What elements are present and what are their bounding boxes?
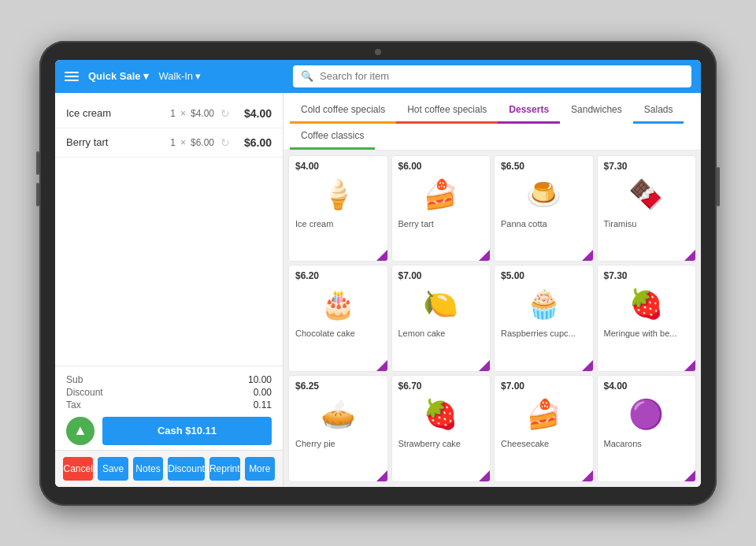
category-tabs: Cold coffee specials Hot coffee specials…	[284, 93, 701, 150]
menu-item-image: 🍓	[604, 284, 690, 324]
more-button[interactable]: More	[245, 457, 275, 481]
menu-item-label: Strawberry cake	[398, 439, 461, 448]
volume-up-button[interactable]	[36, 151, 39, 175]
refresh-icon[interactable]: ↻	[220, 107, 230, 120]
item-corner-indicator	[684, 250, 695, 261]
menu-item-label: Cherry pie	[295, 439, 335, 448]
tab-cold-coffee[interactable]: Cold coffee specials	[290, 98, 396, 124]
walkin-label: Walk-In	[158, 70, 193, 82]
menu-item[interactable]: $7.00 🍰 Cheesecake	[494, 375, 594, 482]
menu-item-image: 🍮	[501, 175, 587, 214]
menu-item-price: $4.00	[295, 161, 319, 172]
order-items: Ice cream 1 × $4.00 ↻ $4.00 Berry tart 1	[55, 93, 283, 366]
item-total: $4.00	[236, 107, 272, 120]
item-corner-indicator	[582, 250, 593, 261]
menu-item[interactable]: $4.00 🍦 Ice cream	[288, 155, 388, 262]
sub-label: Sub	[66, 374, 83, 385]
menu-item[interactable]: $4.00 🟣 Macarons	[597, 375, 697, 482]
menu-item[interactable]: $6.25 🥧 Cherry pie	[288, 375, 388, 482]
reprint-button[interactable]: Reprint	[209, 457, 240, 481]
menu-item-image: 🍓	[398, 395, 484, 434]
item-qty: 1	[170, 137, 176, 148]
menu-item[interactable]: $5.00 🧁 Raspberries cupc...	[494, 265, 594, 372]
order-item: Ice cream 1 × $4.00 ↻ $4.00	[55, 99, 283, 128]
volume-down-button[interactable]	[36, 183, 39, 206]
times-icon: ×	[180, 108, 186, 119]
quick-sale-button[interactable]: Quick Sale ▾	[88, 70, 149, 82]
tab-coffee-classics[interactable]: Coffee classics	[290, 124, 375, 150]
menu-item[interactable]: $7.00 🍋 Lemon cake	[391, 265, 491, 372]
quick-sale-dropdown-icon: ▾	[143, 70, 149, 82]
discount-row: Discount 0.00	[66, 387, 272, 398]
item-corner-indicator	[376, 250, 387, 261]
menu-item-label: Panna cotta	[501, 219, 547, 228]
menu-item[interactable]: $6.70 🍓 Strawberry cake	[391, 375, 491, 482]
item-qty-price: 1 × $4.00	[170, 108, 214, 119]
menu-item[interactable]: $6.00 🍰 Berry tart	[391, 155, 491, 262]
screen: Quick Sale ▾ Walk-In ▾ 🔍	[55, 60, 701, 487]
menu-item[interactable]: $6.20 🎂 Chocolate cake	[288, 265, 388, 372]
header: Quick Sale ▾ Walk-In ▾ 🔍	[55, 60, 701, 93]
menu-item-image: 🍫	[604, 175, 690, 214]
tax-value: 0.11	[254, 399, 272, 410]
menu-item-image: 🥧	[295, 395, 381, 434]
save-button[interactable]: Save	[98, 457, 128, 481]
item-corner-indicator	[582, 470, 593, 481]
menu-item-label: Tiramisu	[604, 219, 637, 228]
payment-row: ▲ Cash $10.11	[66, 417, 272, 445]
left-panel: Ice cream 1 × $4.00 ↻ $4.00 Berry tart 1	[55, 93, 284, 487]
cash-button[interactable]: Cash $10.11	[102, 417, 272, 445]
tab-desserts[interactable]: Desserts	[498, 98, 560, 124]
order-summary: Sub 10.00 Discount 0.00 Tax 0.11 ▲	[55, 366, 283, 450]
menu-item-image: 🟣	[604, 395, 690, 434]
item-unit-price: $6.00	[191, 137, 214, 148]
power-button[interactable]	[717, 167, 720, 206]
search-icon: 🔍	[301, 70, 313, 82]
menu-item-price: $4.00	[604, 381, 628, 392]
menu-item-label: Raspberries cupc...	[501, 329, 576, 338]
menu-item-image: 🍋	[398, 284, 484, 324]
menu-item-image: 🍦	[295, 175, 381, 214]
tab-salads[interactable]: Salads	[633, 98, 684, 124]
menu-item-label: Chocolate cake	[295, 329, 355, 338]
menu-item-price: $7.00	[501, 381, 524, 392]
item-total: $6.00	[236, 136, 272, 149]
cancel-button[interactable]: Cancel	[63, 457, 93, 481]
sub-value: 10.00	[248, 374, 272, 385]
item-corner-indicator	[479, 250, 490, 261]
search-input[interactable]	[320, 70, 684, 82]
refresh-icon[interactable]: ↻	[220, 136, 230, 149]
menu-item-price: $6.70	[398, 381, 422, 392]
tablet-camera	[375, 49, 381, 55]
menu-item-price: $5.00	[501, 270, 524, 281]
menu-item[interactable]: $6.50 🍮 Panna cotta	[494, 155, 594, 262]
search-box[interactable]: 🔍	[293, 65, 691, 87]
item-corner-indicator	[376, 470, 387, 481]
cash-label: Cash $10.11	[158, 425, 217, 436]
menu-item-label: Berry tart	[398, 219, 434, 228]
menu-item-price: $7.30	[604, 161, 628, 172]
notes-button[interactable]: Notes	[133, 457, 163, 481]
header-right: 🔍	[284, 65, 701, 87]
subtotal-row: Sub 10.00	[66, 374, 272, 385]
tab-hot-coffee[interactable]: Hot coffee specials	[396, 98, 498, 124]
discount-button[interactable]: Discount	[168, 457, 205, 481]
menu-item-label: Lemon cake	[398, 329, 446, 338]
walkin-button[interactable]: Walk-In ▾	[158, 70, 201, 82]
menu-item-price: $6.50	[501, 161, 524, 172]
times-icon: ×	[180, 137, 186, 148]
tab-sandwiches[interactable]: Sandwiches	[560, 98, 633, 124]
menu-item-image: 🧁	[501, 284, 587, 324]
up-button[interactable]: ▲	[66, 417, 94, 445]
menu-item[interactable]: $7.30 🍫 Tiramisu	[597, 155, 697, 262]
menu-icon[interactable]	[65, 72, 79, 81]
menu-item-price: $7.30	[604, 270, 628, 281]
menu-item[interactable]: $7.30 🍓 Meringue with be...	[597, 265, 697, 372]
menu-item-price: $6.25	[295, 381, 319, 392]
action-bar: Cancel Save Notes Discount Reprint More	[55, 450, 283, 487]
tablet-frame: Quick Sale ▾ Walk-In ▾ 🔍	[39, 41, 717, 506]
order-item: Berry tart 1 × $6.00 ↻ $6.00	[55, 128, 283, 158]
menu-item-price: $7.00	[398, 270, 422, 281]
menu-item-label: Macarons	[604, 439, 642, 448]
menu-item-label: Meringue with be...	[604, 329, 677, 338]
